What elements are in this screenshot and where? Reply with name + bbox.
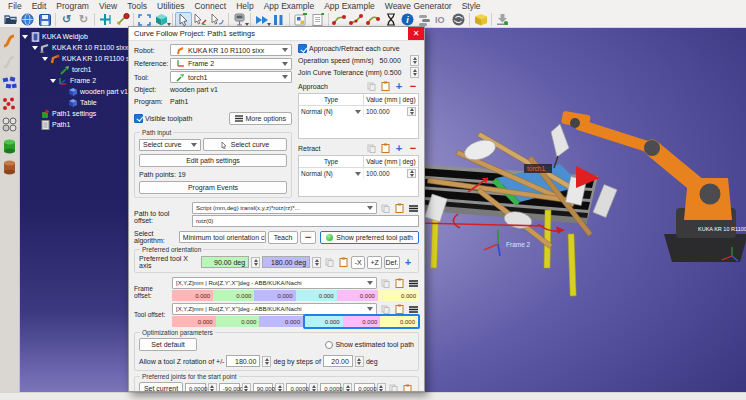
angle2-field[interactable]: 180.00 deg [262,256,310,268]
approach-retract-checkbox[interactable] [298,44,307,53]
menu-tools[interactable]: Tools [122,1,152,11]
approach-value-field[interactable]: 100.000 [363,106,418,117]
copy-icon[interactable] [379,304,391,315]
curve-white-icon[interactable] [1,53,18,70]
curve-select-dropdown[interactable]: Select curve [139,139,201,151]
close-icon[interactable]: ✕ [408,27,424,40]
paste-icon[interactable] [393,278,405,289]
joint-4-field[interactable]: 0.0000 [286,383,307,392]
select-cursor-icon[interactable] [175,12,192,27]
tree-item-robot-base[interactable]: KUKA KR 10 R1100 sixx Ba [20,42,128,53]
reference-select[interactable]: Frame 2 [170,58,292,70]
offset-script-dropdown[interactable]: Script (mm,deg) transl(x,y,z)*rotz(rz)*.… [192,202,377,214]
copy-icon[interactable] [365,81,377,92]
rotation-value-field[interactable]: 180.00 [226,355,260,367]
show-preferred-tool-path-button[interactable]: Show preferred tool path [320,231,419,244]
retract-value-field[interactable]: 100.000 [363,168,418,179]
redo-icon[interactable]: ↻ [75,12,92,27]
expand-arrow-icon[interactable] [22,35,28,39]
remove-teach-button[interactable]: − [300,231,316,244]
menu-connect[interactable]: Connect [189,1,231,11]
tool-offset-y[interactable]: 0.000 [216,316,260,327]
angle2-spinner[interactable] [312,257,321,268]
points-red-icon[interactable] [1,95,18,112]
fit-view-icon[interactable] [136,12,153,27]
tool-offset-x[interactable]: 0.000 [172,316,216,327]
default-button[interactable]: Def. [384,256,400,269]
joint-3-field[interactable]: 90.0000 [253,383,274,392]
join-tolerance-spinner[interactable] [410,67,419,78]
retract-table[interactable]: TypeValue (mm | deg) Normal (N) 100.000 [298,155,419,197]
joint-4-spinner[interactable] [309,383,318,391]
add-python-script-icon[interactable] [292,12,309,27]
minus-x-button[interactable]: -X [351,256,365,269]
tree-item-robot[interactable]: KUKA KR 10 R1100 sixx [20,53,128,64]
station-info-icon[interactable]: i [399,12,416,27]
menu-icon[interactable] [407,304,419,315]
joint-2-spinner[interactable] [242,383,251,391]
select-rotate-icon[interactable] [209,12,226,27]
show-estimated-radio[interactable] [325,341,333,349]
add-orientation-icon[interactable]: + [402,257,414,268]
edit-path-settings-button[interactable]: Edit path settings [139,154,287,167]
add-program-icon[interactable] [309,12,326,27]
more-options-button[interactable]: More options [229,112,292,125]
retract-type-select[interactable]: Normal (N) [299,169,363,178]
angle1-spinner[interactable] [251,257,260,268]
join-tolerance-value[interactable]: 0.500 [384,69,402,76]
robot-select[interactable]: KUKA KR 10 R1100 sixx [170,44,292,56]
isometric-view-icon[interactable] [153,12,170,27]
paste-icon[interactable] [393,304,405,315]
save-station-icon[interactable] [36,12,53,27]
tree-item-path1-settings[interactable]: Path1 settings [20,108,128,119]
frame-offset-z[interactable]: 0.000 [254,290,295,301]
run-fast-icon[interactable] [253,12,270,27]
open-project-icon[interactable] [2,12,19,27]
menu-edit[interactable]: Edit [27,1,52,11]
tool-offset-ry[interactable]: 0.000 [343,316,381,327]
joint-3-spinner[interactable] [275,383,284,391]
joint-2-field[interactable]: -90.0000 [219,383,240,392]
copy-icon[interactable] [323,257,335,268]
tool-offset-rx[interactable]: 0.000 [380,316,418,327]
tool-offset-rz[interactable]: 0.000 [305,316,343,327]
tree-item-path1[interactable]: Path1 [20,119,128,130]
menu-weave-generator[interactable]: Weave Generator [380,1,457,11]
add-target-icon[interactable] [97,12,114,27]
remove-row-icon[interactable]: − [407,81,419,92]
cylinder-brown-icon[interactable] [1,158,18,175]
expand-arrow-icon[interactable] [50,79,56,83]
frame-offset-y[interactable]: 0.000 [213,290,254,301]
sync-refresh-icon[interactable] [450,12,467,27]
export-station-icon[interactable] [494,12,511,27]
curve-orange-icon[interactable] [1,32,18,49]
timer-icon[interactable] [382,12,399,27]
point-follow-project-icon[interactable] [348,12,365,27]
program-events-button[interactable]: Program Events [139,181,287,194]
paste-icon[interactable] [393,203,405,214]
objects-blue-icon[interactable] [1,74,18,91]
rotation-step-field[interactable]: 20.00 [323,355,353,367]
teach-pendant-icon[interactable] [231,12,248,27]
frame-offset-ry[interactable]: 0.000 [337,290,378,301]
tool-select[interactable]: torch1 [170,71,292,83]
set-default-optimization-button[interactable]: Set default [139,338,197,351]
frame-offset-x[interactable]: 0.000 [172,290,213,301]
paste-icon[interactable] [379,143,391,154]
copy-icon[interactable] [379,278,391,289]
menu-style[interactable]: Style [457,1,486,11]
menu-icon[interactable] [407,278,419,289]
copy-icon[interactable] [388,383,400,391]
menu-icon[interactable] [407,203,419,214]
joint-5-spinner[interactable] [343,383,352,391]
frame-offset-format-dropdown[interactable]: [X,Y,Z]mm | Rot[Z,Y',X'']deg - ABB/KUKA/… [172,277,377,289]
algorithm-select[interactable]: Minimum tool orientation change [179,231,266,243]
menu-help[interactable]: Help [231,1,258,11]
tree-item-station[interactable]: KUKA Weldjob [20,31,128,42]
curve-follow-project-icon[interactable] [331,12,348,27]
set-current-button[interactable]: Set current [139,382,183,391]
approach-table[interactable]: TypeValue (mm | deg) Normal (N) 100.000 [298,93,419,139]
joint-6-spinner[interactable] [377,383,386,391]
operation-speed-spinner[interactable] [410,55,419,66]
dialog-title-bar[interactable]: Curve Follow Project: Path1 settings ✕ [129,27,424,41]
